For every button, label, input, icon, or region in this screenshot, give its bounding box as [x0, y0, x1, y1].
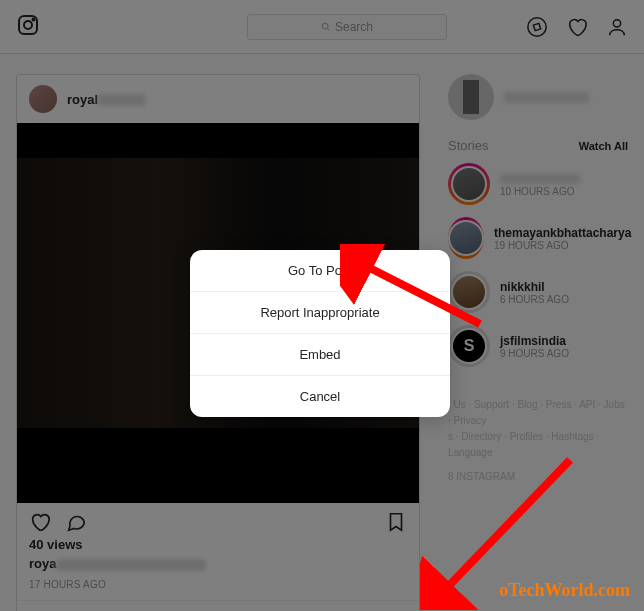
watermark-text: oTechWorld.com: [499, 580, 630, 601]
svg-line-9: [358, 262, 480, 324]
svg-line-11: [440, 460, 570, 595]
modal-cancel[interactable]: Cancel: [190, 376, 450, 417]
annotation-arrow-top: [340, 244, 490, 344]
